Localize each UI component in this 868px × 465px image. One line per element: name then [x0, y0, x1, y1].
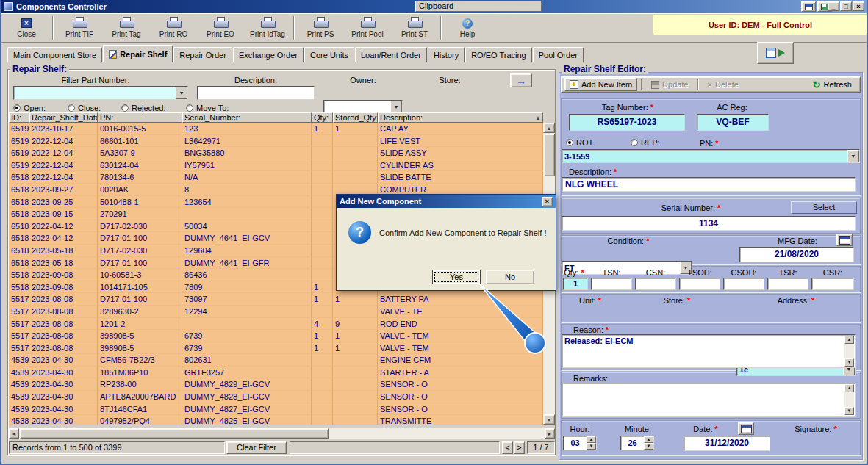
column-header-stored-qty[interactable]: Stored_Qty:: [333, 112, 378, 123]
mfg-calendar-button[interactable]: [836, 234, 853, 246]
tab-pool-order[interactable]: Pool Order: [533, 47, 584, 62]
transfer-button[interactable]: →: [510, 73, 532, 87]
pn-combo[interactable]: 3-1559 ▼: [562, 149, 860, 163]
hour-stepper[interactable]: 03 ▲▼: [563, 436, 597, 450]
close-window-button[interactable]: ×: [853, 1, 864, 11]
filter-description-input[interactable]: [197, 86, 315, 100]
scroll-left-button[interactable]: ◄: [9, 428, 19, 439]
table-row[interactable]: 651902022-12-04630124-04IY57951CYLINDER …: [9, 159, 543, 172]
tsr-field[interactable]: [767, 278, 808, 290]
tab-history[interactable]: History: [428, 47, 465, 62]
toolbar-button-print-eo[interactable]: Print EO: [197, 15, 244, 41]
description-field[interactable]: NLG WHEEL: [562, 177, 856, 192]
table-row[interactable]: 651892022-12-04780134-6N/ASLIDE BATTE: [9, 171, 543, 184]
combo-arrow-button[interactable]: ▼: [176, 87, 187, 99]
scroll-up-button[interactable]: ▲: [543, 123, 555, 133]
column-header-description[interactable]: Description:▲: [378, 112, 543, 123]
toolbar-button-print-pool[interactable]: Print Pool: [344, 15, 391, 41]
column-header-repair-shelf-date[interactable]: Repair_Shelf_Date:: [29, 112, 98, 123]
spinner-up-icon[interactable]: ▲: [644, 436, 653, 443]
add-new-item-button[interactable]: + Add New Item: [564, 78, 637, 91]
scroll-up-icon[interactable]: ▲: [844, 384, 854, 392]
reason-scrollbar[interactable]: ▲ ▼: [844, 336, 854, 367]
combo-arrow-button[interactable]: ▼: [390, 101, 402, 113]
radio-move-to[interactable]: Move To:: [186, 104, 229, 112]
toolbar-button-print-ps[interactable]: Print PS: [297, 15, 344, 41]
table-row[interactable]: 453912023-04-30APTE8A20007BARDDUMMY_4828…: [9, 391, 543, 403]
scroll-right-button[interactable]: ►: [545, 428, 555, 439]
date-calendar-button[interactable]: [738, 422, 754, 435]
clear-filter-button[interactable]: Clear Filter: [226, 441, 287, 454]
next-page-button[interactable]: >: [514, 441, 525, 454]
radio-rep[interactable]: REP:: [631, 138, 660, 147]
remarks-scrollbar[interactable]: ▲ ▼: [844, 384, 854, 415]
table-row[interactable]: 453892023-04-300497952/PQ4DUMMY_4825_EI-…: [9, 415, 543, 425]
mfg-date-field[interactable]: 21/08/2020: [739, 247, 854, 262]
tab-core-units[interactable]: Core Units: [304, 47, 354, 62]
toolbar-button-print-tag[interactable]: Print Tag: [103, 15, 150, 41]
export-button[interactable]: [757, 42, 794, 64]
csoh-field[interactable]: [723, 278, 764, 290]
toolbar-button-close[interactable]: ×Close: [3, 15, 50, 41]
tab-exchange-order[interactable]: Exchange Order: [233, 47, 304, 62]
reason-textarea[interactable]: Released: EI-ECM ▲ ▼: [562, 334, 856, 368]
csn-field[interactable]: [635, 278, 676, 290]
scroll-down-icon[interactable]: ▼: [844, 407, 854, 415]
tab-main-component-store[interactable]: Main Component Store: [7, 47, 102, 62]
toolbar-button-print-tif[interactable]: Print TIF: [56, 15, 103, 41]
toolbar-button-help[interactable]: ?Help: [444, 15, 491, 41]
radio-rejected[interactable]: Rejected:: [121, 104, 165, 112]
tsn-field[interactable]: [591, 278, 632, 290]
scroll-up-icon[interactable]: ▲: [844, 336, 854, 344]
toolbar-button-print-ro[interactable]: Print RO: [150, 15, 197, 41]
table-row[interactable]: 453902023-04-308TJ146CFA1DUMMY_4827_EI-G…: [9, 403, 543, 416]
minute-spinner[interactable]: ▲▼: [644, 436, 653, 450]
csr-field[interactable]: [811, 278, 854, 290]
dialog-title-bar[interactable]: Add New Component ×: [337, 195, 556, 208]
tab-loan-rent-order[interactable]: Loan/Rent Order: [355, 47, 427, 62]
toolbar-button-print-idtag[interactable]: Print IdTag: [244, 15, 291, 41]
scroll-down-icon[interactable]: ▼: [844, 358, 854, 367]
delete-button[interactable]: × Delete: [703, 78, 744, 91]
tab-ro-eo-tracing[interactable]: RO/EO Tracing: [465, 47, 532, 62]
ac-reg-field[interactable]: VQ-BEF: [697, 114, 769, 131]
dialog-close-button[interactable]: ×: [542, 197, 553, 206]
table-row[interactable]: 651922022-12-0466601-101L3642971LIFE VES…: [9, 135, 543, 148]
scroll-down-button[interactable]: ▼: [543, 414, 555, 425]
spinner-down-icon[interactable]: ▼: [644, 443, 653, 450]
title-bar[interactable]: Components Controller Clipboard _ □ ×: [1, 0, 867, 13]
hour-spinner[interactable]: ▲▼: [587, 436, 596, 450]
serial-number-field[interactable]: 1134: [562, 216, 856, 231]
toolbar-button-print-st[interactable]: Print ST: [391, 15, 438, 41]
date-field[interactable]: 31/12/2020: [684, 436, 770, 451]
grid-hscrollbar[interactable]: ◄ ►: [9, 428, 555, 439]
tag-number-field[interactable]: RS65197-1023: [569, 114, 685, 131]
table-row[interactable]: 651912022-12-045A3307-9BNG35880SLIDE ASS…: [9, 147, 543, 159]
hscroll-thumb[interactable]: [20, 428, 329, 439]
qty-field[interactable]: 1: [563, 278, 588, 290]
update-button[interactable]: Update: [646, 78, 693, 91]
vscroll-thumb[interactable]: [543, 134, 555, 176]
filter-part-number-input[interactable]: ▼: [13, 86, 188, 100]
table-row[interactable]: 453932023-04-301851M36P10GRTF3257STARTER…: [9, 367, 543, 379]
radio-open[interactable]: Open:: [13, 104, 46, 112]
radio-close[interactable]: Close:: [68, 104, 101, 112]
spinner-up-icon[interactable]: ▲: [587, 436, 596, 443]
spinner-down-icon[interactable]: ▼: [587, 443, 596, 450]
column-header-serial-number[interactable]: Serial_Number:: [182, 112, 312, 123]
refresh-button[interactable]: ↻ Refresh: [808, 78, 857, 91]
tsoh-field[interactable]: [679, 278, 720, 290]
radio-rot[interactable]: ROT.: [566, 138, 595, 147]
select-button[interactable]: Select: [791, 201, 857, 214]
column-header-qty[interactable]: Qty:: [312, 112, 333, 123]
tab-repair-order[interactable]: Repair Order: [173, 47, 232, 62]
remarks-textarea[interactable]: ▲ ▼: [562, 383, 856, 417]
table-row[interactable]: 651962023-10-170016-0015-512311CAP AY: [9, 123, 543, 135]
column-header-pn[interactable]: PN:: [98, 112, 182, 123]
minute-stepper[interactable]: 26 ▲▼: [620, 436, 654, 450]
combo-arrow-button[interactable]: ▼: [847, 150, 859, 162]
table-row[interactable]: 453922023-04-30RP238-00DUMMY_4829_EI-GCV…: [9, 378, 543, 391]
maximize-button[interactable]: □: [840, 1, 852, 11]
minimize-button[interactable]: _: [828, 1, 839, 11]
window-tool-button[interactable]: [801, 1, 816, 12]
